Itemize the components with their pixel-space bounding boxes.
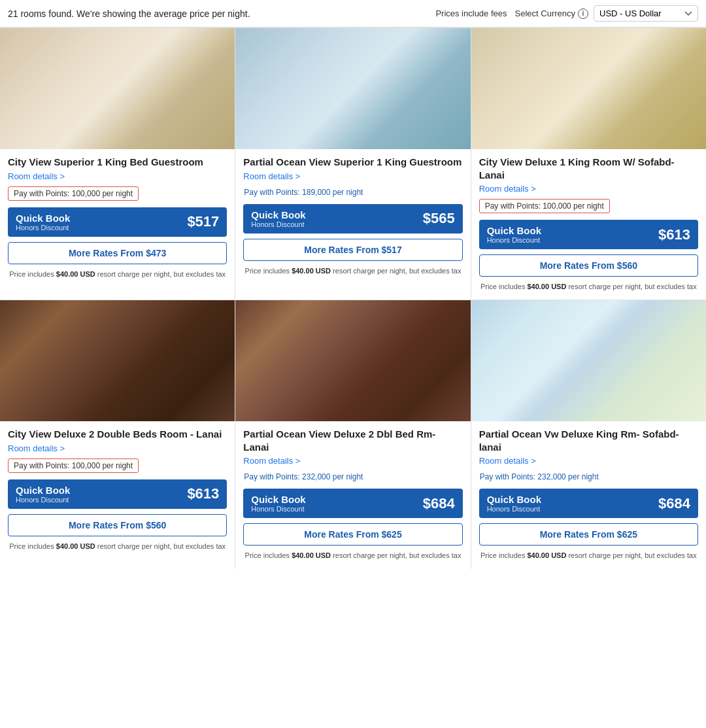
price-note-5: Price includes $40.00 USD resort charge … (235, 551, 470, 561)
room-card-4: City View Deluxe 2 Double Beds Room - La… (0, 300, 235, 568)
rooms-found-text: 21 rooms found. We're showing the averag… (8, 9, 435, 19)
quick-book-button-2[interactable]: Quick Book Honors Discount $565 (243, 204, 462, 234)
room-image-5 (235, 300, 470, 421)
quick-book-title-4: Quick Book (16, 485, 70, 496)
card-body-6: Partial Ocean Vw Deluxe King Rm- Sofabd-… (471, 421, 706, 489)
room-card-1: City View Superior 1 King Bed Guestroom … (0, 28, 235, 300)
more-rates-button-6[interactable]: More Rates From $625 (479, 523, 698, 546)
card-body-3: City View Deluxe 1 King Room W/ Sofabd- … (471, 149, 706, 220)
points-badge-5: Pay with Points: 232,000 per night (243, 472, 363, 482)
quick-book-price-4: $613 (187, 485, 219, 502)
points-badge-6: Pay with Points: 232,000 per night (479, 472, 599, 482)
more-rates-button-4[interactable]: More Rates From $560 (8, 514, 227, 536)
room-title-5: Partial Ocean View Deluxe 2 Dbl Bed Rm- … (243, 428, 462, 453)
room-card-5: Partial Ocean View Deluxe 2 Dbl Bed Rm- … (235, 300, 470, 568)
card-body-5: Partial Ocean View Deluxe 2 Dbl Bed Rm- … (235, 421, 470, 489)
quick-book-subtitle-5: Honors Discount (251, 505, 305, 513)
room-card-2: Partial Ocean View Superior 1 King Guest… (235, 28, 470, 300)
more-rates-button-5[interactable]: More Rates From $625 (243, 523, 462, 546)
quick-book-title-2: Quick Book (251, 209, 305, 220)
quick-book-button-4[interactable]: Quick Book Honors Discount $613 (8, 479, 227, 509)
currency-select[interactable]: USD - US Dollar EUR - Euro GBP - British… (594, 5, 698, 22)
quick-book-price-6: $684 (658, 495, 690, 512)
room-details-link-3[interactable]: Room details > (479, 184, 698, 194)
quick-book-button-3[interactable]: Quick Book Honors Discount $613 (479, 220, 698, 249)
room-title-2: Partial Ocean View Superior 1 King Guest… (243, 156, 462, 169)
quick-book-title-5: Quick Book (251, 494, 305, 505)
quick-book-subtitle-6: Honors Discount (487, 505, 541, 513)
room-details-link-6[interactable]: Room details > (479, 456, 698, 466)
quick-book-price-2: $565 (423, 210, 455, 227)
room-details-link-1[interactable]: Room details > (8, 171, 227, 181)
points-badge-3: Pay with Points: 100,000 per night (479, 199, 610, 213)
quick-book-subtitle-3: Honors Discount (487, 236, 541, 244)
top-bar: 21 rooms found. We're showing the averag… (0, 0, 706, 27)
room-card-6: Partial Ocean Vw Deluxe King Rm- Sofabd-… (471, 300, 706, 568)
prices-include: Prices include fees (435, 9, 507, 18)
points-badge-4: Pay with Points: 100,000 per night (8, 459, 139, 473)
rooms-grid: City View Superior 1 King Bed Guestroom … (0, 27, 706, 569)
card-body-2: Partial Ocean View Superior 1 King Guest… (235, 149, 470, 204)
quick-book-title-3: Quick Book (487, 225, 541, 236)
room-title-4: City View Deluxe 2 Double Beds Room - La… (8, 428, 227, 441)
quick-book-price-1: $517 (187, 213, 219, 230)
room-details-link-2[interactable]: Room details > (243, 171, 462, 181)
room-title-3: City View Deluxe 1 King Room W/ Sofabd- … (479, 156, 698, 181)
quick-book-button-1[interactable]: Quick Book Honors Discount $517 (8, 207, 227, 237)
quick-book-price-5: $684 (423, 495, 455, 512)
more-rates-button-3[interactable]: More Rates From $560 (479, 254, 698, 277)
room-details-link-5[interactable]: Room details > (243, 456, 462, 466)
quick-book-subtitle-1: Honors Discount (16, 224, 70, 232)
room-image-2 (235, 28, 470, 149)
room-title-1: City View Superior 1 King Bed Guestroom (8, 156, 227, 169)
room-details-link-4[interactable]: Room details > (8, 443, 227, 453)
price-note-3: Price includes $40.00 USD resort charge … (471, 282, 706, 292)
quick-book-subtitle-2: Honors Discount (251, 220, 305, 228)
quick-book-price-3: $613 (658, 226, 690, 243)
room-card-3: City View Deluxe 1 King Room W/ Sofabd- … (471, 28, 706, 300)
points-badge-1: Pay with Points: 100,000 per night (8, 186, 139, 201)
quick-book-title-6: Quick Book (487, 494, 541, 505)
points-badge-2: Pay with Points: 189,000 per night (243, 187, 363, 198)
quick-book-button-6[interactable]: Quick Book Honors Discount $684 (479, 489, 698, 518)
quick-book-title-1: Quick Book (16, 213, 70, 224)
price-note-6: Price includes $40.00 USD resort charge … (471, 551, 706, 561)
card-body-1: City View Superior 1 King Bed Guestroom … (0, 149, 235, 207)
quick-book-button-5[interactable]: Quick Book Honors Discount $684 (243, 489, 462, 518)
room-title-6: Partial Ocean Vw Deluxe King Rm- Sofabd-… (479, 428, 698, 453)
more-rates-button-2[interactable]: More Rates From $517 (243, 239, 462, 261)
room-image-6 (471, 300, 706, 421)
price-note-4: Price includes $40.00 USD resort charge … (0, 542, 235, 551)
prices-include-label: Prices include fees (435, 9, 507, 18)
room-image-3 (471, 28, 706, 149)
price-note-1: Price includes $40.00 USD resort charge … (0, 269, 235, 279)
card-body-4: City View Deluxe 2 Double Beds Room - La… (0, 421, 235, 479)
room-image-4 (0, 300, 235, 421)
room-image-1 (0, 28, 235, 149)
price-note-2: Price includes $40.00 USD resort charge … (235, 266, 470, 276)
more-rates-button-1[interactable]: More Rates From $473 (8, 242, 227, 264)
select-currency-label: Select Currency i (515, 9, 588, 19)
info-icon[interactable]: i (578, 9, 588, 19)
quick-book-subtitle-4: Honors Discount (16, 496, 70, 504)
